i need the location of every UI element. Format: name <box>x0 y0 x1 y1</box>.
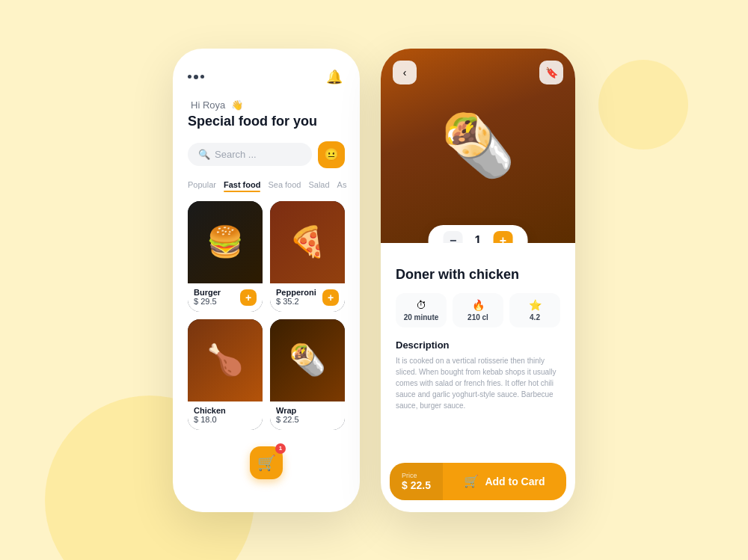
food-hero-image: 🌯 ‹ 🔖 − 1 + <box>381 49 575 243</box>
search-placeholder: Search ... <box>215 149 257 160</box>
avatar-button[interactable]: 😐 <box>318 141 345 168</box>
food-card-chicken[interactable]: 🍗 Chicken $ 18.0 <box>188 319 263 430</box>
chicken-image: 🍗 <box>188 319 263 401</box>
notification-bell-icon[interactable]: 🔔 <box>324 67 345 87</box>
search-icon: 🔍 <box>198 149 210 160</box>
price-value: $ 22.5 <box>402 479 431 491</box>
burger-add-button[interactable]: + <box>240 289 257 306</box>
add-to-cart-label: Add to Card <box>485 476 545 487</box>
left-phone: 🔔 Hi Roya 👋 Special food for you 🔍 Searc… <box>173 49 360 512</box>
stat-rating-value: 4.2 <box>530 313 540 321</box>
tab-seafood[interactable]: Sea food <box>268 180 301 189</box>
chicken-info: Chicken $ 18.0 <box>188 401 263 430</box>
food-card-wrap[interactable]: 🌯 Wrap $ 22.5 <box>270 319 345 430</box>
cart-icon: 🛒 <box>464 474 479 488</box>
quantity-value: 1 <box>475 234 482 243</box>
pizza-image: 🍕 <box>270 201 345 283</box>
tab-salad[interactable]: Salad <box>308 180 329 189</box>
stat-time: ⏱ 20 minute <box>396 293 447 327</box>
search-bar: 🔍 Search ... 😐 <box>188 141 345 168</box>
save-button[interactable]: 🔖 <box>539 61 563 84</box>
back-chevron-icon: ‹ <box>403 67 407 79</box>
price-section: Price $ 22.5 <box>390 463 443 500</box>
tab-fastfood[interactable]: Fast food <box>224 180 261 189</box>
cart-badge: 1 <box>275 443 286 454</box>
fire-icon: 🔥 <box>472 299 485 311</box>
greeting-name: Hi Roya <box>191 99 225 111</box>
wrap-price: $ 22.5 <box>276 415 339 424</box>
pepperoni-add-button[interactable]: + <box>322 289 339 306</box>
star-icon: ⭐ <box>529 299 542 311</box>
page-title: Special food for you <box>188 114 345 129</box>
add-to-cart-bar[interactable]: Price $ 22.5 🛒 Add to Card <box>390 463 566 500</box>
quantity-decrease-button[interactable]: − <box>444 231 463 243</box>
burger-image: 🍔 <box>188 201 263 283</box>
greeting-text: Hi Roya 👋 <box>188 99 345 111</box>
phones-container: 🔔 Hi Roya 👋 Special food for you 🔍 Searc… <box>173 49 575 512</box>
food-card-pepperoni[interactable]: 🍕 Pepperoni $ 35.2 + <box>270 201 345 312</box>
right-phone: 🌯 ‹ 🔖 − 1 + Doner with chicken ⏱ <box>381 49 575 512</box>
food-card-burger[interactable]: 🍔 Burger $ 29.5 + <box>188 201 263 312</box>
tab-as[interactable]: As <box>337 180 347 189</box>
wrap-name: Wrap <box>276 406 339 415</box>
price-label: Price <box>402 472 431 479</box>
quantity-increase-button[interactable]: + <box>493 231 512 243</box>
add-to-cart-button[interactable]: 🛒 Add to Card <box>443 474 566 488</box>
dot-3 <box>200 75 204 79</box>
minus-icon: − <box>450 234 456 243</box>
stat-time-value: 20 minute <box>404 313 439 321</box>
clock-icon: ⏱ <box>416 299 426 311</box>
left-phone-header: 🔔 <box>188 67 345 87</box>
description-title: Description <box>396 339 560 351</box>
cart-float-button[interactable]: 🛒 1 <box>250 446 283 479</box>
search-input-wrap[interactable]: 🔍 Search ... <box>188 143 312 166</box>
plus-icon: + <box>500 234 506 243</box>
menu-dots-icon[interactable] <box>188 75 204 79</box>
stats-row: ⏱ 20 minute 🔥 210 cl ⭐ 4.2 <box>396 293 560 327</box>
dot-1 <box>188 75 191 79</box>
dot-2 <box>194 75 198 79</box>
description-text: It is cooked on a vertical rotisserie th… <box>396 355 560 411</box>
category-tabs: Popular Fast food Sea food Salad As <box>188 180 345 189</box>
stat-cal-value: 210 cl <box>468 313 488 321</box>
chicken-price: $ 18.0 <box>194 415 257 424</box>
stat-rating: ⭐ 4.2 <box>509 293 560 327</box>
chicken-name: Chicken <box>194 406 257 415</box>
wrap-info: Wrap $ 22.5 <box>270 401 345 430</box>
food-grid: 🍔 Burger $ 29.5 + 🍕 Pepperoni $ 35.2 + 🍗 <box>188 201 345 430</box>
wrap-image: 🌯 <box>270 319 345 401</box>
bookmark-icon: 🔖 <box>545 67 558 79</box>
greeting-emoji: 👋 <box>231 99 243 111</box>
tab-popular[interactable]: Popular <box>188 180 216 189</box>
quantity-bar: − 1 + <box>429 225 528 243</box>
stat-calories: 🔥 210 cl <box>453 293 503 327</box>
food-detail: Doner with chicken ⏱ 20 minute 🔥 210 cl … <box>381 243 575 463</box>
food-detail-name: Doner with chicken <box>396 267 560 283</box>
back-button[interactable]: ‹ <box>393 61 417 84</box>
